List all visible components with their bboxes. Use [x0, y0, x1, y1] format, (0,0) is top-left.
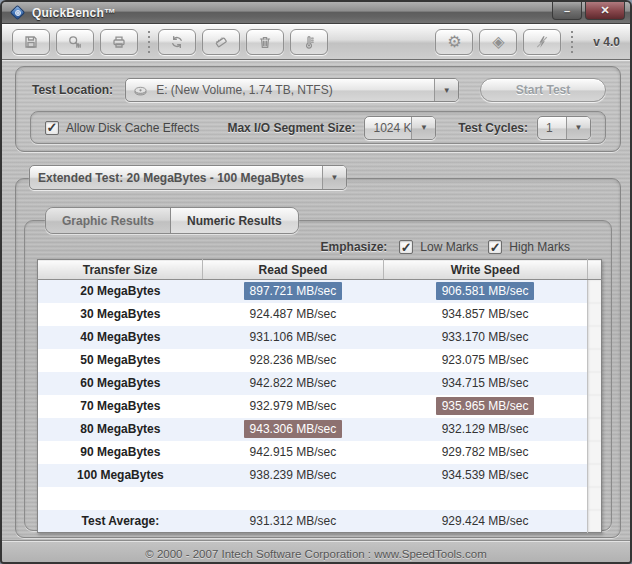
write-speed-value: 934.539 MB/sec — [442, 468, 529, 482]
high-marks-checkbox[interactable]: ✓ High Marks — [488, 240, 570, 254]
inspect-results-icon — [67, 34, 83, 50]
col-transfer-size: Transfer Size — [38, 260, 203, 280]
average-row: Test Average:931.312 MB/sec929.424 MB/se… — [38, 510, 602, 533]
extended-test-select[interactable]: Extended Test: 20 MegaBytes - 100 MegaBy… — [29, 165, 347, 190]
write-speed-value: 929.782 MB/sec — [442, 445, 529, 459]
write-speed-value: 923.075 MB/sec — [442, 353, 529, 367]
results-table: Transfer Size Read Speed Write Speed 20 … — [37, 259, 602, 533]
table-row: 70 MegaBytes932.979 MB/sec935.965 MB/sec — [38, 395, 602, 418]
read-speed-value: 943.306 MB/sec — [244, 420, 343, 438]
disk-icon — [133, 84, 148, 97]
temperature-button[interactable] — [290, 29, 328, 55]
segment-size-label: Max I/O Segment Size: — [227, 121, 355, 135]
table-header-row: Transfer Size Read Speed Write Speed — [38, 260, 602, 280]
close-button[interactable]: ✕ — [585, 2, 625, 20]
print-button[interactable] — [100, 29, 138, 55]
check-icon: ✓ — [47, 121, 58, 134]
table-row: 60 MegaBytes942.822 MB/sec934.715 MB/sec — [38, 372, 602, 395]
check-icon: ✓ — [490, 241, 501, 254]
table-row: 30 MegaBytes924.487 MB/sec934.857 MB/sec — [38, 303, 602, 326]
thermometer-icon — [301, 34, 317, 50]
scrollbar-track-header — [587, 260, 601, 280]
check-icon: ✓ — [401, 241, 412, 254]
toolbar-separator — [148, 31, 150, 53]
start-test-button[interactable]: Start Test — [480, 78, 606, 102]
memory-test-button[interactable] — [202, 29, 240, 55]
emphasize-label: Emphasize: — [321, 240, 388, 254]
table-row: 40 MegaBytes931.106 MB/sec933.170 MB/sec — [38, 326, 602, 349]
test-location-select[interactable]: E: (New Volume, 1.74 TB, NTFS) ▼ — [125, 78, 459, 102]
test-cycles-select[interactable]: 1 ▼ — [537, 116, 591, 140]
results-table-body: 20 MegaBytes897.721 MB/sec906.581 MB/sec… — [38, 280, 602, 533]
results-tabs: Graphic Results Numeric Results — [45, 207, 299, 234]
app-logo-icon — [10, 5, 25, 20]
chevron-down-icon[interactable]: ▼ — [434, 79, 458, 101]
trash-icon — [257, 34, 273, 50]
read-speed-value: 928.236 MB/sec — [250, 353, 337, 367]
chevron-down-icon[interactable]: ▼ — [411, 117, 435, 139]
write-speed-value: 933.170 MB/sec — [442, 330, 529, 344]
close-icon: ✕ — [600, 4, 609, 17]
low-marks-label: Low Marks — [420, 240, 478, 254]
table-row: 90 MegaBytes942.915 MB/sec929.782 MB/sec — [38, 441, 602, 464]
read-speed-value: 924.487 MB/sec — [250, 307, 337, 321]
footer-text: © 2000 - 2007 Intech Software Corporatio… — [145, 548, 487, 560]
write-speed-value: 906.581 MB/sec — [436, 282, 535, 300]
segment-size-value: 1024 KB — [365, 121, 411, 135]
save-icon — [23, 34, 39, 50]
emphasize-row: Emphasize: ✓ Low Marks ✓ High Marks — [321, 240, 570, 254]
allow-cache-label: Allow Disk Cache Effects — [66, 121, 199, 135]
high-marks-label: High Marks — [509, 240, 570, 254]
memory-chip-icon — [213, 34, 229, 50]
table-row: 100 MegaBytes938.239 MB/sec934.539 MB/se… — [38, 464, 602, 487]
refresh-icon — [169, 34, 185, 50]
minimize-icon: – — [564, 5, 570, 17]
footer: © 2000 - 2007 Intech Software Corporatio… — [2, 540, 630, 564]
delete-results-button[interactable] — [246, 29, 284, 55]
write-speed-value: 934.857 MB/sec — [442, 307, 529, 321]
save-button[interactable] — [12, 29, 50, 55]
power-button[interactable] — [523, 29, 561, 55]
test-location-value: E: (New Volume, 1.74 TB, NTFS) — [148, 83, 434, 97]
col-read-speed: Read Speed — [203, 260, 383, 280]
about-diamond-icon: ◈ — [492, 34, 504, 50]
main-content: Test Location: E: (New Volume, 1.74 TB, … — [2, 60, 630, 540]
toolbar: ⚙ ◈ v 4.0 — [2, 24, 630, 60]
write-speed-value: 932.129 MB/sec — [442, 422, 529, 436]
table-row: 50 MegaBytes928.236 MB/sec923.075 MB/sec — [38, 349, 602, 372]
write-speed-value: 934.715 MB/sec — [442, 376, 529, 390]
allow-cache-checkbox[interactable]: ✓ Allow Disk Cache Effects — [45, 121, 199, 135]
options-group: ✓ Allow Disk Cache Effects Max I/O Segme… — [30, 111, 606, 144]
col-write-speed: Write Speed — [383, 260, 587, 280]
test-setup-group: Test Location: E: (New Volume, 1.74 TB, … — [15, 66, 621, 152]
table-row: 20 MegaBytes897.721 MB/sec906.581 MB/sec — [38, 280, 602, 303]
low-marks-checkbox[interactable]: ✓ Low Marks — [399, 240, 478, 254]
read-speed-value: 938.239 MB/sec — [250, 468, 337, 482]
read-speed-value: 897.721 MB/sec — [244, 282, 343, 300]
table-row: 80 MegaBytes943.306 MB/sec932.129 MB/sec — [38, 418, 602, 441]
read-speed-value: 932.979 MB/sec — [250, 399, 337, 413]
toolbar-separator — [571, 31, 573, 53]
refresh-button[interactable] — [158, 29, 196, 55]
print-icon — [111, 34, 127, 50]
power-bolt-icon — [534, 34, 550, 50]
chevron-down-icon[interactable]: ▼ — [566, 117, 590, 139]
test-cycles-label: Test Cycles: — [458, 121, 528, 135]
settings-button[interactable]: ⚙ — [435, 29, 473, 55]
minimize-button[interactable]: – — [552, 2, 582, 20]
extended-test-value: Extended Test: 20 MegaBytes - 100 MegaBy… — [30, 171, 322, 185]
title-bar[interactable]: QuickBench™ – ✕ — [2, 2, 630, 24]
read-speed-value: 942.822 MB/sec — [250, 376, 337, 390]
empty-row — [38, 487, 602, 510]
about-button[interactable]: ◈ — [479, 29, 517, 55]
chevron-down-icon[interactable]: ▼ — [322, 166, 346, 189]
quickbench-window: QuickBench™ – ✕ — [0, 0, 632, 564]
test-cycles-value: 1 — [538, 121, 566, 135]
test-location-label: Test Location: — [32, 83, 113, 97]
segment-size-select[interactable]: 1024 KB ▼ — [364, 116, 436, 140]
write-speed-value: 935.965 MB/sec — [436, 397, 535, 415]
tab-graphic-results[interactable]: Graphic Results — [46, 208, 171, 233]
inspect-results-button[interactable] — [56, 29, 94, 55]
tab-numeric-results[interactable]: Numeric Results — [171, 208, 298, 233]
read-speed-value: 942.915 MB/sec — [250, 445, 337, 459]
